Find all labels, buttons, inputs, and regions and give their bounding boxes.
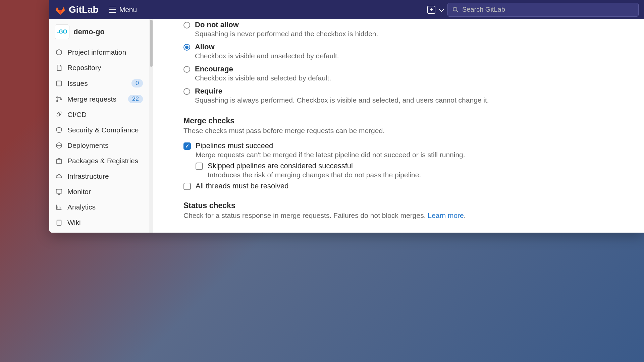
gitlab-tanuki-icon: [55, 4, 66, 15]
check-title: Pipelines must succeed: [196, 141, 631, 150]
check-desc: Merge requests can't be merged if the la…: [196, 151, 631, 159]
sidebar-item-infrastructure[interactable]: Infrastructure: [49, 169, 149, 184]
svg-line-1: [457, 10, 458, 12]
learn-more-link[interactable]: Learn more: [428, 212, 464, 219]
project-name: demo-go: [73, 27, 105, 36]
sidebar-item-packages[interactable]: Packages & Registries: [49, 153, 149, 169]
sidebar-scrollbar[interactable]: [149, 19, 153, 233]
sidebar-item-label: Wiki: [67, 219, 81, 227]
search-icon: [452, 6, 459, 13]
project-avatar: -GO: [55, 24, 69, 39]
search-input[interactable]: [462, 6, 634, 13]
info-icon: [55, 49, 63, 56]
sidebar-item-repository[interactable]: Repository: [49, 60, 149, 75]
svg-rect-10: [57, 220, 61, 226]
radio-title: Allow: [195, 43, 631, 51]
sidebar-item-label: Analytics: [67, 203, 96, 211]
main-content: Do not allow Squashing is never performe…: [153, 19, 644, 233]
sidebar-item-label: Security & Compliance: [67, 126, 139, 134]
check-skipped-pipelines[interactable]: Skipped pipelines are considered success…: [196, 161, 631, 180]
gitlab-logo[interactable]: GitLab: [55, 4, 99, 15]
radio-input[interactable]: [183, 88, 190, 95]
badge-merge-requests: 22: [128, 95, 143, 103]
chart-icon: [55, 203, 63, 211]
top-header: GitLab Menu +: [49, 0, 644, 19]
svg-rect-2: [57, 81, 62, 86]
radio-input[interactable]: [183, 22, 190, 28]
sidebar-item-label: Packages & Registries: [67, 157, 138, 165]
book-icon: [55, 219, 63, 226]
status-checks-desc-text: Check for a status response in merge req…: [183, 212, 428, 219]
radio-title: Encourage: [195, 65, 631, 73]
header-right: +: [427, 3, 639, 17]
new-button[interactable]: +: [427, 6, 435, 14]
radio-desc: Squashing is always performed. Checkbox …: [195, 96, 631, 104]
radio-allow[interactable]: Allow Checkbox is visible and unselected…: [183, 41, 631, 61]
status-checks-desc: Check for a status response in merge req…: [183, 212, 631, 220]
merge-checks-title: Merge checks: [183, 116, 631, 125]
rocket-icon: [55, 111, 63, 118]
package-icon: [55, 157, 63, 165]
svg-point-5: [60, 99, 62, 100]
checkbox-input[interactable]: [183, 183, 191, 190]
sidebar-item-label: Monitor: [67, 188, 91, 196]
sidebar-item-label: Infrastructure: [67, 172, 109, 180]
search-box[interactable]: [447, 3, 639, 17]
sidebar-item-cicd[interactable]: CI/CD: [49, 107, 149, 122]
svg-rect-9: [56, 189, 62, 193]
svg-point-0: [453, 7, 457, 11]
sidebar-item-issues[interactable]: Issues 0: [49, 75, 149, 91]
radio-encourage[interactable]: Encourage Checkbox is visible and select…: [183, 63, 631, 83]
svg-point-6: [59, 114, 60, 115]
cloud-icon: [55, 173, 63, 180]
radio-require[interactable]: Require Squashing is always performed. C…: [183, 85, 631, 106]
file-icon: [55, 64, 63, 71]
sidebar-item-label: Project information: [67, 48, 126, 56]
sidebar-item-label: CI/CD: [67, 111, 87, 119]
sidebar-item-deployments[interactable]: Deployments: [49, 138, 149, 153]
sidebar-nav: Project information Repository Issues 0 …: [49, 43, 149, 232]
deploy-icon: [55, 142, 63, 149]
radio-title: Do not allow: [195, 20, 631, 29]
chevron-down-icon[interactable]: [439, 6, 444, 12]
check-desc: Introduces the risk of merging changes t…: [208, 171, 631, 179]
badge-issues: 0: [131, 79, 143, 87]
radio-desc: Squashing is never performed and the che…: [195, 30, 631, 38]
squash-radio-group: Do not allow Squashing is never performe…: [183, 19, 631, 106]
scrollbar-thumb[interactable]: [150, 20, 153, 67]
gitlab-window: GitLab Menu + -GO demo-go Project info: [49, 0, 644, 233]
radio-do-not-allow[interactable]: Do not allow Squashing is never performe…: [183, 19, 631, 39]
sidebar-item-wiki[interactable]: Wiki: [49, 215, 149, 230]
checkbox-input[interactable]: [196, 163, 203, 170]
hamburger-icon: [109, 7, 116, 13]
radio-input[interactable]: [183, 66, 190, 73]
check-title: All threads must be resolved: [196, 182, 631, 190]
merge-icon: [55, 96, 63, 103]
menu-label: Menu: [119, 6, 137, 14]
brand-text: GitLab: [69, 4, 99, 15]
radio-title: Require: [195, 87, 631, 96]
project-header[interactable]: -GO demo-go: [49, 19, 149, 43]
issues-icon: [55, 80, 63, 87]
sidebar-item-label: Repository: [67, 64, 101, 72]
check-title: Skipped pipelines are considered success…: [208, 162, 631, 170]
sidebar-item-analytics[interactable]: Analytics: [49, 199, 149, 215]
sidebar-item-security[interactable]: Security & Compliance: [49, 122, 149, 138]
sidebar-item-merge-requests[interactable]: Merge requests 22: [49, 91, 149, 107]
radio-desc: Checkbox is visible and unselected by de…: [195, 52, 631, 60]
check-pipelines-succeed[interactable]: Pipelines must succeed Merge requests ca…: [183, 141, 631, 160]
check-threads-resolved[interactable]: All threads must be resolved: [183, 181, 631, 191]
sidebar-item-project-information[interactable]: Project information: [49, 45, 149, 60]
sidebar-item-label: Deployments: [67, 141, 109, 149]
radio-input[interactable]: [183, 44, 190, 51]
shield-icon: [55, 126, 63, 134]
sidebar: -GO demo-go Project information Reposito…: [49, 19, 149, 233]
menu-button[interactable]: Menu: [109, 6, 137, 14]
monitor-icon: [55, 188, 63, 195]
svg-point-4: [57, 100, 58, 102]
plus-icon: +: [430, 7, 433, 13]
sidebar-item-monitor[interactable]: Monitor: [49, 184, 149, 199]
sidebar-item-label: Issues: [67, 79, 88, 87]
svg-point-3: [57, 97, 58, 98]
checkbox-input[interactable]: [183, 142, 191, 150]
